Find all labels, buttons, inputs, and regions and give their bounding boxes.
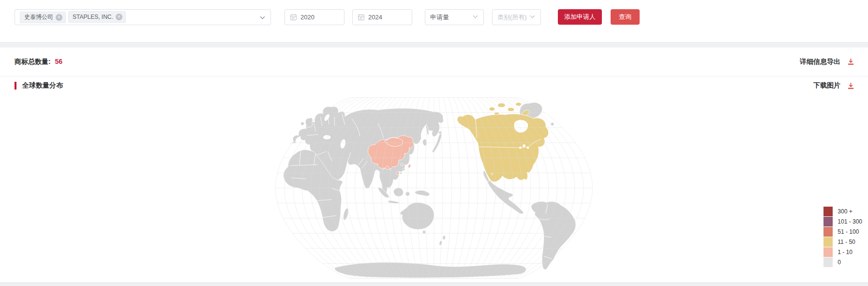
- legend-swatch: [823, 227, 833, 237]
- calendar-icon: [358, 14, 365, 21]
- island-new-zealand: [439, 241, 442, 245]
- add-applicant-button[interactable]: 添加申请人: [558, 9, 602, 25]
- legend-row: 51 - 100: [823, 227, 862, 237]
- map-section-title: 全球数量分布: [15, 81, 63, 90]
- legend-row: 0: [823, 257, 862, 267]
- chevron-down-icon: [529, 14, 536, 21]
- island-new-guinea: [415, 190, 430, 196]
- map-section-header: 全球数量分布 下载图片: [0, 76, 868, 95]
- islands-hawaii: [491, 173, 493, 175]
- results-card: 商标总数量: 56 详细信息导出 全球数量分布 下载图片: [0, 47, 868, 283]
- world-map: [0, 95, 868, 281]
- map-legend: 300 +101 - 30051 - 10011 - 501 - 100: [823, 206, 862, 267]
- download-icon: [847, 82, 854, 90]
- island-philippines: [401, 163, 404, 166]
- island-philippines: [400, 172, 402, 174]
- applicant-tag-label: 史泰博公司: [24, 13, 53, 21]
- island-britain: [305, 118, 313, 127]
- island-iceland: [551, 122, 554, 126]
- close-icon[interactable]: ×: [116, 14, 122, 20]
- legend-row: 1 - 10: [823, 247, 862, 257]
- applicant-tag: 史泰博公司×: [20, 12, 66, 23]
- legend-label: 300 +: [838, 208, 852, 215]
- applicant-tag: STAPLES, INC.×: [68, 11, 126, 23]
- island-philippines: [403, 168, 405, 170]
- total-count-value: 56: [55, 58, 63, 65]
- applicant-tags: 史泰博公司×STAPLES, INC.×: [17, 11, 126, 23]
- island-borneo: [393, 188, 403, 196]
- download-icon: [847, 58, 854, 65]
- legend-label: 101 - 300: [838, 218, 862, 225]
- legend-label: 1 - 10: [838, 249, 853, 256]
- legend-label: 51 - 100: [838, 228, 859, 235]
- continent-antarctica: [335, 262, 526, 278]
- total-count-label: 商标总数量:: [15, 58, 51, 65]
- summary-row: 商标总数量: 56 详细信息导出: [0, 47, 868, 76]
- legend-row: 11 - 50: [823, 237, 862, 247]
- legend-row: 101 - 300: [823, 217, 862, 226]
- section-accent-bar: [15, 82, 16, 90]
- calendar-icon: [290, 14, 297, 21]
- year-to-value: 2024: [368, 14, 382, 21]
- filter-bar: 史泰博公司×STAPLES, INC.× 2020: [0, 0, 868, 43]
- legend-swatch: [823, 217, 833, 226]
- legend-swatch: [823, 247, 833, 257]
- export-details-button[interactable]: 详细信息导出: [800, 58, 854, 66]
- category-select[interactable]: 类别(所有): [492, 9, 541, 25]
- applicant-multiselect[interactable]: 史泰博公司×STAPLES, INC.×: [15, 9, 271, 25]
- legend-swatch: [823, 257, 833, 267]
- legend-label: 11 - 50: [838, 239, 855, 245]
- metric-select-value: 申请量: [430, 13, 449, 22]
- year-from-value: 2020: [300, 14, 314, 21]
- legend-label: 0: [838, 259, 841, 266]
- map-section-title-text: 全球数量分布: [22, 81, 63, 90]
- chevron-down-icon: [472, 14, 479, 21]
- island-hokkaido: [439, 131, 442, 134]
- year-to-input[interactable]: 2024: [352, 9, 412, 25]
- legend-row: 300 +: [823, 207, 862, 216]
- close-icon[interactable]: ×: [56, 14, 62, 21]
- island-hainan: [396, 172, 399, 175]
- legend-swatch: [823, 237, 833, 247]
- metric-select[interactable]: 申请量: [425, 9, 484, 25]
- export-details-label: 详细信息导出: [800, 58, 840, 66]
- island-new-zealand: [443, 236, 446, 240]
- island-ireland: [301, 122, 304, 125]
- country-mexico[interactable]: [487, 180, 524, 214]
- category-select-placeholder: 类别(所有): [497, 13, 527, 22]
- country-united-states-canada[interactable]: [457, 114, 549, 181]
- trademark-dashboard: 史泰博公司×STAPLES, INC.× 2020: [0, 0, 868, 286]
- chevron-down-icon[interactable]: [259, 15, 266, 22]
- legend-swatch: [823, 207, 833, 216]
- download-image-label: 下载图片: [813, 81, 840, 90]
- query-button[interactable]: 查询: [611, 9, 640, 25]
- year-from-input[interactable]: 2020: [284, 9, 344, 25]
- applicant-tag-label: STAPLES, INC.: [73, 14, 113, 20]
- download-image-button[interactable]: 下载图片: [813, 81, 854, 90]
- total-count: 商标总数量: 56: [15, 58, 62, 66]
